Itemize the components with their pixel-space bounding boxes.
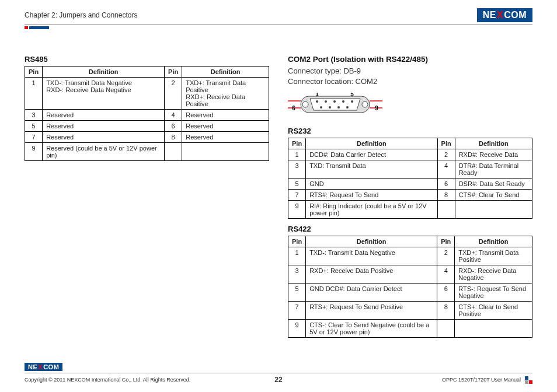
table-header-row: Pin Definition Pin Definition (288, 138, 532, 149)
rs232-table: Pin Definition Pin Definition 1DCD#: Dat… (288, 138, 532, 219)
table-row: 3RXD+: Receive Data Positive4RXD-: Recei… (288, 265, 532, 284)
table-row: 5Reserved6Reserved (25, 121, 269, 132)
th-pin: Pin (288, 138, 306, 149)
accent-blue (29, 26, 49, 29)
pin-label-5: 5 (350, 93, 354, 97)
def-cell: DCD#: Data Carrier Detect (306, 149, 437, 160)
logo-main: NEXCOM (477, 8, 532, 22)
pin-cell: 3 (288, 160, 306, 178)
logo-pre: NE (28, 363, 37, 370)
manual-name: OPPC 1520T/1720T User Manual (442, 377, 521, 383)
pin-cell: 2 (165, 78, 182, 110)
svg-point-15 (346, 106, 349, 108)
manual-squares-icon (524, 376, 532, 384)
pin-cell: 4 (437, 265, 455, 284)
logo-pre: NE (483, 10, 496, 20)
svg-point-6 (362, 102, 368, 107)
table-row: 7RTS+: Request To Send Positive8CTS+: Cl… (288, 302, 532, 320)
pin-label-9: 9 (375, 105, 378, 111)
left-column: RS485 Pin Definition Pin Definition 1TXD… (25, 52, 269, 344)
table-row: 1TXD-: Transmit Data NegativeRXD-: Recei… (25, 78, 269, 110)
def-cell: Reserved (could be a 5V or 12V power pin… (43, 143, 165, 161)
rs422-heading: RS422 (288, 225, 532, 233)
pin-cell: 9 (288, 201, 306, 219)
page-number: 22 (274, 376, 282, 384)
table-row: 9RI#: Ring Indicator (could be a 5V or 1… (288, 201, 532, 219)
pin-cell: 6 (437, 178, 455, 190)
logo-x-icon: X (37, 363, 43, 370)
th-def: Definition (455, 138, 532, 149)
db9-diagram: 1 5 6 9 (288, 93, 532, 117)
def-cell: TXD+: Transmit Data Positive (455, 247, 532, 265)
pin-cell (165, 143, 182, 161)
def-cell: GND DCD#: Data Carrier Detect (306, 284, 437, 302)
table-row: 9Reserved (could be a 5V or 12V power pi… (25, 143, 269, 161)
pin-cell (437, 320, 455, 338)
pin-cell: 8 (165, 132, 182, 143)
table-row: 1TXD-: Transmit Data Negative2TXD+: Tran… (288, 247, 532, 265)
logo-x-icon: X (496, 10, 504, 20)
def-cell: Reserved (43, 110, 165, 121)
def-cell: TXD-: Transmit Data Negative (306, 247, 437, 265)
def-cell: TXD-: Transmit Data NegativeRXD-: Receiv… (43, 78, 165, 110)
def-cell: GND (306, 178, 437, 190)
def-cell: TXD+: Transmit Data PositiveRXD+: Receiv… (182, 78, 269, 110)
th-def: Definition (43, 66, 165, 78)
pin-cell: 5 (25, 121, 43, 132)
table-row: 7Reserved8Reserved (25, 132, 269, 143)
svg-point-7 (316, 100, 318, 103)
rs485-tbody: 1TXD-: Transmit Data NegativeRXD-: Recei… (25, 78, 269, 161)
pin-cell: 7 (25, 132, 43, 143)
pin-label-1: 1 (315, 93, 319, 97)
table-row: 1DCD#: Data Carrier Detect2RXD#: Receive… (288, 149, 532, 160)
pin-cell: 1 (288, 247, 306, 265)
pin-cell: 1 (25, 78, 43, 110)
def-cell: RI#: Ring Indicator (could be a 5V or 12… (306, 201, 437, 219)
pin-cell: 2 (437, 247, 455, 265)
pin-cell: 4 (437, 160, 455, 178)
th-pin: Pin (437, 138, 455, 149)
def-cell: Reserved (43, 121, 165, 132)
def-cell: CTS#: Clear To Send (455, 190, 532, 201)
rs485-heading: RS485 (25, 55, 269, 64)
logo-post: COM (504, 10, 527, 20)
chapter-title: Chapter 2: Jumpers and Connectors (25, 11, 137, 19)
svg-point-12 (320, 106, 322, 108)
rs232-heading: RS232 (288, 127, 532, 135)
table-row: 7RTS#: Request To Send8CTS#: Clear To Se… (288, 190, 532, 201)
pin-cell: 4 (165, 110, 182, 121)
accent-bar (25, 26, 532, 29)
th-pin: Pin (25, 66, 43, 78)
pin-cell: 2 (437, 149, 455, 160)
def-cell: RXD+: Receive Data Positive (306, 265, 437, 284)
def-cell: Reserved (182, 132, 269, 143)
pin-cell (437, 201, 455, 219)
svg-point-13 (329, 106, 331, 108)
th-pin: Pin (288, 236, 306, 247)
th-def: Definition (306, 138, 437, 149)
th-def: Definition (182, 66, 269, 78)
def-cell: RTS+: Request To Send Positive (306, 302, 437, 320)
def-cell: Reserved (43, 132, 165, 143)
rs485-table: Pin Definition Pin Definition 1TXD-: Tra… (25, 66, 269, 161)
svg-point-8 (325, 100, 327, 103)
right-column: COM2 Port (Isolation with RS422/485) Con… (288, 52, 532, 344)
def-cell (182, 143, 269, 161)
rs422-table: Pin Definition Pin Definition 1TXD-: Tra… (288, 236, 532, 338)
table-row: 9CTS-: Clear To Send Negative (could be … (288, 320, 532, 338)
th-pin: Pin (437, 236, 455, 247)
th-def: Definition (455, 236, 532, 247)
connector-type: Connector type: DB-9 (288, 66, 532, 76)
svg-point-10 (342, 100, 344, 103)
th-def: Definition (306, 236, 437, 247)
def-cell (455, 201, 532, 219)
pin-cell: 8 (437, 302, 455, 320)
pin-cell: 3 (25, 110, 43, 121)
pin-cell: 7 (288, 302, 306, 320)
svg-point-14 (337, 106, 340, 108)
def-cell (455, 320, 532, 338)
pin-cell: 8 (437, 190, 455, 201)
table-row: 3Reserved4Reserved (25, 110, 269, 121)
logo-footer: NEXCOM (25, 363, 62, 371)
def-cell: RTS-: Request To Send Negative (455, 284, 532, 302)
